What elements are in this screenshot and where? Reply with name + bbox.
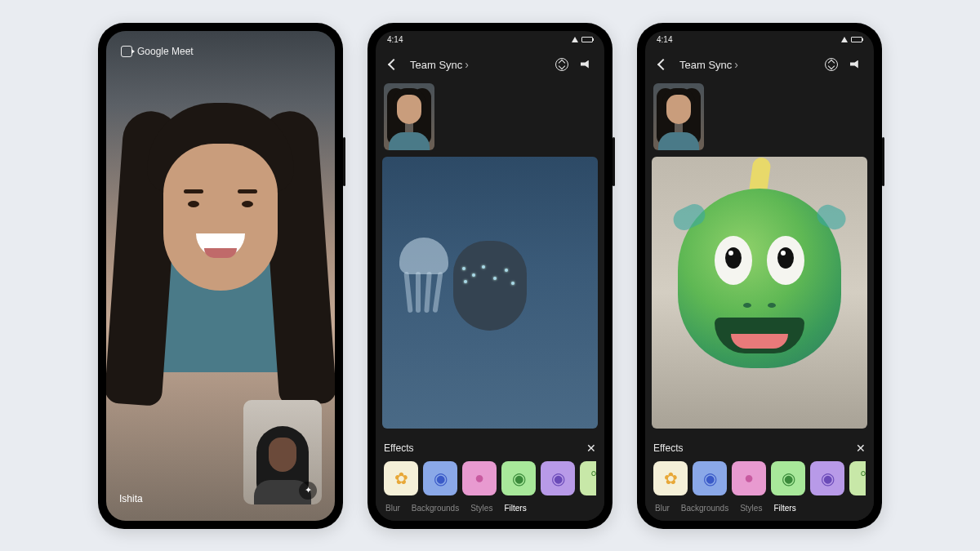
phone-mockup-1: Google Meet Ishita ✦ bbox=[98, 23, 343, 529]
app-brand: Google Meet bbox=[121, 46, 194, 57]
close-effects-button[interactable]: ✕ bbox=[856, 442, 866, 455]
status-time: 4:14 bbox=[387, 35, 403, 44]
filter-tile-purple-bot[interactable]: ◉ bbox=[541, 461, 575, 495]
filter-tile-frog[interactable]: °° bbox=[849, 461, 866, 495]
phone-mockup-3: 4:14 Team Sync bbox=[637, 23, 882, 529]
effects-label: Effects bbox=[653, 442, 683, 454]
tab-backgrounds[interactable]: Backgrounds bbox=[412, 504, 459, 513]
self-view-pip[interactable]: ✦ bbox=[243, 400, 322, 504]
dinosaur-filter-overlay bbox=[674, 172, 845, 384]
battery-icon bbox=[581, 37, 593, 42]
effects-tabs: Blur Backgrounds Styles Filters bbox=[384, 504, 596, 518]
effects-panel: Effects ✕ ✿◉●◉◉°° Blur Backgrounds Style… bbox=[376, 435, 604, 521]
phone-mockup-2: 4:14 Team Sync bbox=[368, 23, 612, 529]
call-title[interactable]: Team Sync bbox=[679, 58, 738, 71]
status-bar: 4:14 bbox=[376, 31, 604, 49]
filter-tile-pink-blob[interactable]: ● bbox=[732, 461, 766, 495]
main-video-feed: Google Meet Ishita ✦ bbox=[106, 31, 335, 521]
call-header: Team Sync bbox=[645, 49, 874, 80]
filter-tile-green-eye[interactable]: ◉ bbox=[501, 461, 536, 495]
remote-participant-pip[interactable] bbox=[653, 83, 704, 150]
effects-panel: Effects ✕ ✿◉●◉◉°° Blur Backgrounds Style… bbox=[645, 435, 874, 521]
back-button[interactable] bbox=[655, 56, 671, 73]
back-button[interactable] bbox=[385, 56, 402, 73]
status-time: 4:14 bbox=[657, 35, 672, 44]
self-face bbox=[441, 233, 539, 355]
swap-camera-button[interactable] bbox=[554, 56, 570, 73]
app-name: Google Meet bbox=[137, 46, 194, 57]
caller-name-label: Ishita bbox=[119, 493, 143, 504]
filter-list[interactable]: ✿◉●◉◉°° bbox=[653, 461, 866, 495]
filter-tile-green-eye[interactable]: ◉ bbox=[771, 461, 805, 495]
filter-tile-purple-bot[interactable]: ◉ bbox=[810, 461, 844, 495]
tab-styles[interactable]: Styles bbox=[740, 504, 762, 513]
tab-blur[interactable]: Blur bbox=[655, 504, 670, 513]
tab-styles[interactable]: Styles bbox=[470, 504, 492, 513]
status-bar: 4:14 bbox=[645, 31, 874, 49]
tab-filters[interactable]: Filters bbox=[504, 504, 526, 513]
filter-tile-pink-blob[interactable]: ● bbox=[462, 461, 497, 495]
call-header: Team Sync bbox=[376, 49, 604, 80]
filter-tile-flower[interactable]: ✿ bbox=[384, 461, 418, 495]
call-title[interactable]: Team Sync bbox=[410, 58, 469, 71]
filter-tile-frog[interactable]: °° bbox=[580, 461, 596, 495]
signal-icon bbox=[841, 37, 848, 42]
tab-backgrounds[interactable]: Backgrounds bbox=[681, 504, 728, 513]
filter-tile-blue-bot[interactable]: ◉ bbox=[693, 461, 727, 495]
filter-tile-blue-bot[interactable]: ◉ bbox=[423, 461, 457, 495]
effects-label: Effects bbox=[384, 442, 413, 454]
swap-camera-button[interactable] bbox=[823, 56, 840, 73]
remote-participant bbox=[139, 119, 302, 331]
close-effects-button[interactable]: ✕ bbox=[586, 442, 596, 455]
filter-list[interactable]: ✿◉●◉◉°° bbox=[384, 461, 596, 495]
self-view-main bbox=[382, 157, 598, 429]
battery-icon bbox=[851, 37, 862, 42]
remote-participant-pip[interactable] bbox=[384, 83, 434, 150]
filter-tile-flower[interactable]: ✿ bbox=[653, 461, 688, 495]
signal-icon bbox=[572, 37, 578, 42]
effects-button[interactable]: ✦ bbox=[299, 482, 317, 500]
speaker-button[interactable] bbox=[848, 56, 864, 73]
effects-tabs: Blur Backgrounds Styles Filters bbox=[653, 504, 866, 518]
tab-filters[interactable]: Filters bbox=[773, 504, 795, 513]
tab-blur[interactable]: Blur bbox=[385, 504, 400, 513]
speaker-button[interactable] bbox=[578, 56, 595, 73]
self-view-main bbox=[652, 157, 867, 429]
meet-icon bbox=[121, 46, 132, 57]
